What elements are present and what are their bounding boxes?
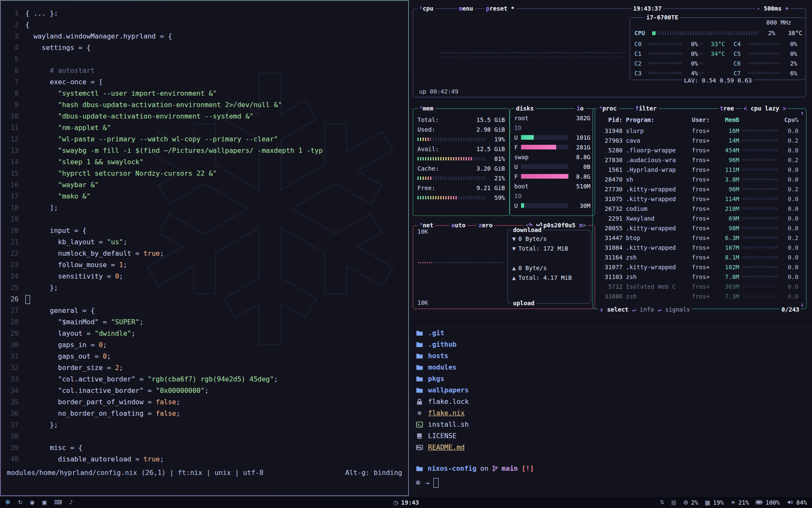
core-temp: 34°C — [706, 50, 725, 57]
bar-module-memory[interactable]: ▦19% — [705, 499, 724, 506]
process-name: cava — [626, 137, 689, 144]
header-cpu[interactable]: Cpu% — [781, 116, 798, 123]
process-row[interactable]: 26732codiumfros+210M0.0 — [597, 204, 798, 213]
update-interval-control[interactable]: - 500ms + — [755, 5, 790, 13]
process-row[interactable]: 5712Isolated Web Cfros+303M0.0 — [597, 282, 798, 291]
process-row[interactable]: 5280.floorp-wrappefros+454M0.0 — [597, 145, 798, 155]
code-segment: ; — [119, 272, 123, 280]
memory-meter-row: 59% — [417, 193, 505, 202]
bar-module-cpu[interactable]: ⚙2% — [683, 499, 698, 506]
shell-input-line[interactable]: ❄ → — [415, 478, 439, 488]
process-name: .kitty-wrapped — [626, 186, 689, 193]
scroll-up-indicator[interactable]: ↑ — [801, 110, 804, 116]
memory-icon: ▦ — [705, 499, 710, 506]
net-scale-bottom: 10K — [417, 299, 428, 306]
bar-power-icon[interactable]: ↻ — [18, 499, 22, 505]
process-row[interactable]: 28470shfros+3.8M0.0 — [597, 174, 798, 184]
info-action[interactable]: info — [639, 306, 654, 313]
process-meter — [743, 207, 777, 210]
code-segment: "systemctl --user import-environment &" — [58, 89, 217, 97]
process-row[interactable]: 31075.kitty-wrappedfros+114M0.0 — [597, 194, 798, 204]
tray-grid-icon[interactable]: ▤ — [671, 499, 676, 505]
sort-prev-arrow[interactable]: < — [743, 105, 747, 112]
folder-icon — [415, 387, 424, 394]
proc-filter-button[interactable]: filter — [634, 105, 658, 113]
io-label: o — [580, 105, 584, 112]
process-row[interactable]: 27830.audacious-wrafros+96M0.2 — [597, 155, 798, 165]
statusline-file-info: modules/home/hyprland/config.nix (26,1) … — [7, 467, 263, 478]
process-row[interactable]: 31948slurpfros+16M0.0 — [597, 126, 798, 135]
header-pid[interactable]: Pid: — [597, 116, 623, 123]
code-line: 15 "hyprctl setcursor Nordzy-cursors 22 … — [1, 168, 408, 179]
process-row[interactable]: 27730.kitty-wrappedfros+96M0.2 — [597, 184, 798, 194]
iface-next-key[interactable]: n — [579, 222, 582, 229]
preset-button[interactable]: preset * — [484, 5, 516, 13]
bar-monitor-icon[interactable]: ▣ — [42, 499, 47, 505]
process-name: .audacious-wra — [626, 157, 689, 163]
menu-button[interactable]: menu — [457, 5, 475, 13]
process-pid: 27730 — [597, 186, 623, 193]
proc-sort-selector[interactable]: < cpu lazy > — [742, 105, 788, 113]
bar-record-icon[interactable]: ◉ — [30, 499, 34, 505]
process-row[interactable]: 31084.kitty-wrappedfros+107M0.0 — [597, 243, 798, 252]
process-meter — [743, 227, 777, 229]
cpu-package-temp: 38°C — [781, 30, 802, 36]
code-text: "hash dbus-update-activation-environment… — [25, 99, 282, 110]
net-direction-icon: ▼ — [512, 245, 516, 252]
process-name: .kitty-wrapped — [626, 225, 689, 232]
clock-module[interactable]: ◷ 19:43 — [393, 499, 419, 506]
bar-module-brightness[interactable]: ☀21% — [730, 499, 749, 506]
code-area[interactable]: 1{ ... }:2{3 wayland.windowManager.hyprl… — [1, 8, 408, 465]
header-mem[interactable]: MemB — [719, 116, 739, 123]
header-program[interactable]: Program: — [626, 116, 689, 123]
bar-right-modules: ⇅▤⚙2%▦19%☀21%100%84% — [660, 499, 807, 506]
bar-keyboard-icon[interactable]: ⌨ — [54, 499, 62, 505]
process-row[interactable]: 31086zshfros+7.3M0.0 — [597, 291, 798, 301]
code-text: input = { — [25, 225, 87, 236]
disks-io-toggle[interactable]: io — [575, 105, 585, 113]
header-meter-spacer — [743, 119, 777, 121]
tray-updown-icon[interactable]: ⇅ — [660, 499, 664, 505]
code-segment: "$mainMod" = — [25, 318, 111, 326]
process-row[interactable]: 31077.kitty-wrappedfros+102M0.0 — [597, 262, 798, 272]
bar-module-battery[interactable]: 100% — [756, 499, 780, 506]
process-row[interactable]: 31164zshfros+8.1M0.0 — [597, 252, 798, 262]
net-stat-value: Total: 4.17 MiB — [518, 274, 571, 281]
interval-decrease-button[interactable]: - — [757, 5, 760, 12]
proc-tree-button[interactable]: tree — [718, 105, 736, 113]
folder-icon — [415, 364, 424, 371]
process-user: fros+ — [692, 157, 716, 163]
btop-window[interactable]: ¹cpu menu preset * 19:43:37 - 500ms + up… — [409, 0, 812, 320]
process-row[interactable]: 31447btopfros+6.3M0.2 — [597, 233, 798, 243]
process-name: .kitty-wrapped — [626, 196, 689, 202]
memory-stat-label: Total: — [417, 116, 445, 123]
process-table-header[interactable]: Pid: Program: User: MemB Cpu% — [597, 115, 798, 124]
sort-next-arrow[interactable]: > — [783, 105, 786, 112]
process-row[interactable]: 27903cavafros+14M0.2 — [597, 135, 798, 145]
process-row[interactable]: 2291Xwaylandfros+69M0.0 — [597, 213, 798, 223]
bar-module-volume[interactable]: 84% — [787, 499, 807, 506]
signals-action[interactable]: signals — [665, 306, 690, 313]
interval-increase-button[interactable]: + — [785, 5, 789, 12]
code-text: }; — [25, 419, 58, 431]
net-stats-panel: download upload ▼0 Byte/s▼Total: 172 MiB… — [508, 230, 591, 304]
select-action[interactable]: select — [607, 306, 628, 313]
terminal-window[interactable]: .git.githubhostsmodulespkgswallpapersfla… — [409, 320, 812, 496]
header-user[interactable]: User: — [692, 116, 716, 123]
line-number: 37 — [1, 419, 19, 431]
editor-window[interactable]: 1{ ... }:2{3 wayland.windowManager.hyprl… — [0, 0, 409, 496]
battery-icon — [756, 500, 763, 505]
net-auto-button[interactable]: auto — [450, 221, 467, 229]
code-segment: { ... }: — [25, 9, 58, 17]
disk-size: 382G — [576, 115, 590, 121]
process-row[interactable]: 28055.kitty-wrappedfros+98M0.0 — [597, 223, 798, 233]
process-row[interactable]: 1561.Hyprland-wrapfros+111M0.0 — [597, 165, 798, 174]
file-name: LICENSE — [428, 432, 456, 440]
bar-nix-icon[interactable]: ❄ — [5, 498, 11, 506]
net-zero-button[interactable]: zero — [477, 221, 494, 229]
bar-music-icon[interactable]: ♪ — [69, 499, 73, 505]
editor-cursor — [25, 295, 30, 304]
process-row[interactable]: 31103zshfros+7.8M0.0 — [597, 272, 798, 282]
code-segment: "nm-applet &" — [58, 124, 111, 132]
code-text: "hyprctl setcursor Nordzy-cursors 22 &" — [25, 168, 217, 179]
